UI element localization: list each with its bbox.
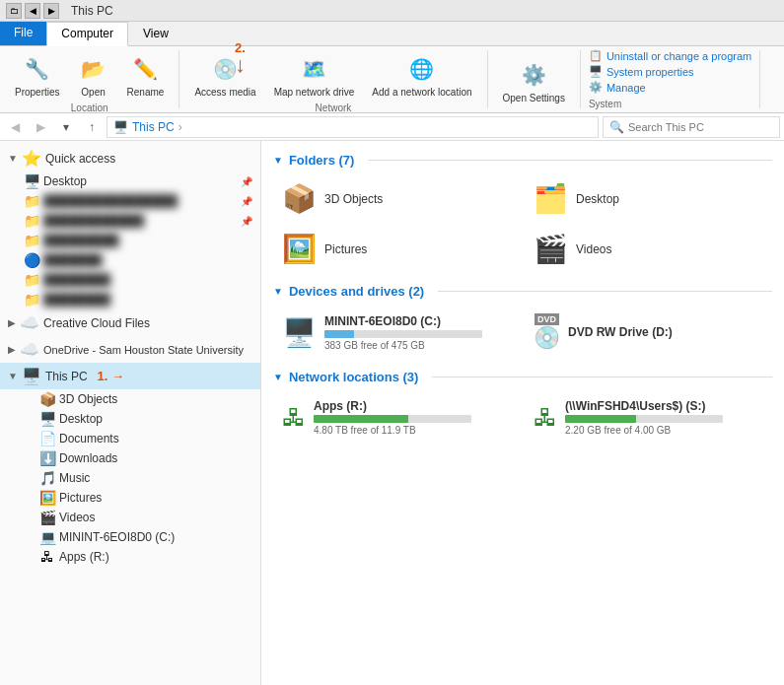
quick-access-header[interactable]: ▼ ⭐ Quick access [0,145,260,171]
recent-button[interactable]: ▾ [55,116,77,138]
sidebar-item-desktop2[interactable]: 🖥️ Desktop [0,409,260,429]
properties-button[interactable]: 🔧 Properties [8,50,67,101]
forward-button[interactable]: ▶ [30,116,51,138]
open-button[interactable]: 📂 Open [71,50,116,101]
ribbon-group-network: 💿 Access media 🗺️ Map network drive 🌐 Ad… [179,50,487,108]
videos-icon: 🎬 [39,510,55,525]
sidebar-item-downloads[interactable]: ⬇️ Downloads [0,448,260,468]
sidebar-item-blur6[interactable]: 📁 ████████ [0,290,260,309]
location-group-label: Location [71,103,108,113]
tab-file[interactable]: File [0,22,46,45]
quick-access-label: Quick access [45,152,115,166]
manage-icon: ⚙️ [589,81,603,94]
access-media-icon: 💿 [210,53,242,85]
this-pc-label: This PC [45,370,88,383]
documents-icon: 📄 [39,431,55,446]
folders-section-header[interactable]: ▼ Folders (7) [273,153,772,168]
drive-d-info: DVD RW Drive (D:) [568,325,763,339]
creative-cloud-icon: ☁️ [20,313,39,332]
search-box[interactable]: 🔍 [603,116,780,138]
folder-videos-icon: 🎬 [534,233,568,265]
drive-s[interactable]: 🖧 (\\WinFSHD4\Users$) (S:) 2.20 GB free … [525,392,772,443]
drive-c-bar-bg [324,330,482,338]
uninstall-icon: 📋 [589,49,603,62]
rename-button[interactable]: ✏️ Rename [120,50,172,101]
sidebar-item-3dobjects[interactable]: 📦 3D Objects [0,389,260,409]
quick-access-icon: ⭐ [22,149,41,168]
open-icon: 📂 [78,53,109,85]
folder-desktop-icon: 🗂️ [534,182,568,215]
drive-s-bar [565,415,636,423]
sidebar-item-videos[interactable]: 🎬 Videos [0,508,260,527]
drive-c[interactable]: 🖥️ MININT-6EOI8D0 (C:) 383 GB free of 47… [273,307,521,358]
this-pc-chevron: ▼ [8,371,18,381]
sidebar-item-apps[interactable]: 🖧 Apps (R:) [0,547,260,567]
access-media-button[interactable]: 💿 Access media [187,50,262,101]
blue-icon: 🔵 [24,252,39,268]
folder-3dobjects-icon: 📦 [282,182,317,215]
network-section-header[interactable]: ▼ Network locations (3) [273,370,772,384]
drive-d[interactable]: DVD 💿 DVD RW Drive (D:) [525,307,772,358]
folder-pictures[interactable]: 🖼️ Pictures [273,226,521,272]
content-area: ▼ Folders (7) 📦 3D Objects 🗂️ Desktop 🖼️… [261,141,784,685]
folder-desktop[interactable]: 🗂️ Desktop [525,175,772,222]
tab-computer[interactable]: Computer [46,22,128,46]
folders-section-label: Folders (7) [289,153,354,168]
sidebar-item-blur2[interactable]: 📁 ████████████ 📌 [0,211,260,231]
address-thispc[interactable]: This PC [132,120,175,134]
drive-r-info: Apps (R:) 4.80 TB free of 11.9 TB [314,399,512,436]
properties-icon: 🔧 [22,53,53,85]
desktop-icon: 🖥️ [24,173,39,189]
title-bar-title: This PC [71,4,113,18]
uninstall-link[interactable]: 📋 Uninstall or change a program [589,49,751,62]
folder-icon-5: 📁 [24,292,39,308]
add-network-location-button[interactable]: 🌐 Add a network location [365,50,478,101]
folder-videos[interactable]: 🎬 Videos [525,226,772,272]
settings-buttons: ⚙️ Open Settings [496,50,572,106]
sidebar-item-blur3[interactable]: 📁 █████████ [0,231,260,250]
network-buttons: 💿 Access media 🗺️ Map network drive 🌐 Ad… [187,50,478,101]
title-bar: 🗀 ◀ ▶ This PC [0,0,784,22]
onedrive-icon: ☁️ [20,340,39,359]
title-bar-icon-3: ▶ [43,3,59,19]
drive-r[interactable]: 🖧 Apps (R:) 4.80 TB free of 11.9 TB [273,392,521,443]
sidebar-item-music[interactable]: 🎵 Music [0,468,260,488]
blurred-label-3: █████████ [43,234,119,247]
system-properties-link[interactable]: 🖥️ System properties [589,65,751,78]
open-settings-button[interactable]: ⚙️ Open Settings [496,56,572,106]
blurred-label-5: ████████ [43,273,110,287]
sidebar-item-pictures[interactable]: 🖼️ Pictures [0,488,260,508]
title-bar-icon-2: ◀ [25,3,40,19]
pin-icon-2: 📌 [241,196,252,207]
tab-view[interactable]: View [128,22,183,45]
creative-cloud-chevron: ▶ [8,317,16,328]
sidebar-item-blur1[interactable]: 📁 ████████████████ 📌 [0,191,260,211]
map-network-drive-button[interactable]: 🗺️ Map network drive [267,50,362,101]
creative-cloud-header[interactable]: ▶ ☁️ Creative Cloud Files [0,309,260,336]
sidebar-item-desktop[interactable]: 🖥️ Desktop 📌 [0,171,260,191]
up-button[interactable]: ↑ [81,116,103,138]
network-section-label: Network locations (3) [289,370,418,384]
3dobjects-icon: 📦 [39,391,55,407]
sidebar-item-blur5[interactable]: 📁 ████████ [0,270,260,290]
onedrive-chevron: ▶ [8,344,16,355]
this-pc-header[interactable]: ▼ 🖥️ This PC 1. → [0,363,260,389]
sidebar-item-blur4[interactable]: 🔵 ███████ [0,250,260,270]
back-button[interactable]: ◀ [4,116,26,138]
title-bar-icons: 🗀 ◀ ▶ [6,3,59,19]
search-input[interactable] [628,121,773,133]
sidebar-item-cdrive[interactable]: 💻 MININT-6EOI8D0 (C:) [0,527,260,547]
creative-cloud-label: Creative Cloud Files [43,316,150,330]
devices-section-header[interactable]: ▼ Devices and drives (2) [273,284,772,299]
apps-icon: 🖧 [39,549,55,565]
ribbon-group-system: 📋 Uninstall or change a program 🖥️ Syste… [581,50,760,108]
address-path[interactable]: 🖥️ This PC › [107,116,599,138]
ribbon-group-location: 🔧 Properties 📂 Open ✏️ Rename Location [0,50,179,108]
sidebar-item-documents[interactable]: 📄 Documents [0,429,260,448]
folder-3dobjects[interactable]: 📦 3D Objects [273,175,521,222]
onedrive-header[interactable]: ▶ ☁️ OneDrive - Sam Houston State Univer… [0,336,260,363]
manage-link[interactable]: ⚙️ Manage [589,81,751,94]
network-chevron: ▼ [273,372,283,382]
blurred-label-1: ████████████████ [43,194,178,208]
drive-r-icon: 🖧 [282,404,306,432]
